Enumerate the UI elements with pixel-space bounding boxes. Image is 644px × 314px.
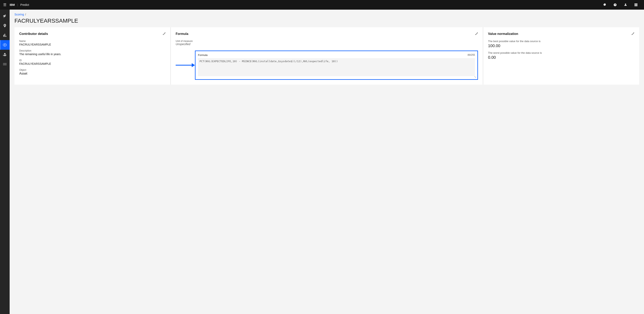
- id-field-group: ID FACRULYEARSSAMPLE: [19, 59, 166, 65]
- formula-box-label: Formula: [198, 53, 208, 56]
- contributor-card-title: Contributor details: [19, 32, 166, 36]
- contributor-edit-button[interactable]: [162, 31, 166, 37]
- value-normalization-card: Value normalization The best possible va…: [483, 27, 639, 85]
- svg-rect-4: [636, 4, 636, 5]
- apps-icon[interactable]: [631, 0, 641, 10]
- sidebar-item-config[interactable]: [0, 59, 10, 69]
- svg-rect-8: [636, 5, 638, 6]
- arrow-line: [176, 65, 192, 65]
- sidebar-item-analytics[interactable]: [0, 30, 10, 40]
- sidebar-item-rocket[interactable]: [0, 11, 10, 21]
- unit-label: Unit of measure: [176, 40, 478, 42]
- menu-icon[interactable]: ☰: [3, 2, 6, 7]
- svg-rect-1: [636, 3, 636, 4]
- user-icon[interactable]: [621, 0, 630, 10]
- svg-rect-5: [636, 4, 638, 5]
- formula-box: Formula 89/255 ⤡: [195, 50, 478, 80]
- sidebar-item-location[interactable]: [0, 21, 10, 30]
- resize-icon: ⤡: [474, 76, 476, 78]
- breadcrumb-separator: /: [25, 13, 26, 16]
- description-label: Description: [19, 49, 166, 52]
- formula-textarea[interactable]: [198, 58, 475, 76]
- breadcrumb: Scoring /: [14, 13, 639, 16]
- formula-edit-button[interactable]: [474, 31, 479, 37]
- description-field-group: Description The remaining useful life in…: [19, 49, 166, 56]
- svg-rect-2: [636, 3, 638, 4]
- formula-box-header: Formula 89/255: [198, 53, 475, 56]
- arrow-head: [192, 63, 195, 67]
- formula-card-title: Formula: [176, 32, 478, 36]
- name-field-group: Name FACRULYEARSSAMPLE: [19, 40, 166, 46]
- sidebar-item-users[interactable]: [0, 50, 10, 59]
- best-value: 100.00: [488, 43, 634, 48]
- svg-rect-7: [636, 5, 636, 6]
- nav-icon-group: [600, 0, 641, 10]
- cards-row: Contributor details Name FACRULYEARSSAMP…: [14, 27, 639, 85]
- nav-divider: |: [17, 3, 18, 6]
- top-navigation: ☰ IBM | Predict: [0, 0, 644, 10]
- page-title: FACRULYEARSSAMPLE: [14, 18, 639, 24]
- unit-of-measure-group: Unit of measure Unspecified: [176, 40, 478, 46]
- sidebar-item-scoring[interactable]: [0, 40, 10, 50]
- left-sidebar: [0, 10, 10, 314]
- formula-card: Formula Unit of measure Unspecified: [171, 27, 483, 85]
- svg-point-9: [4, 44, 6, 45]
- normalization-card-title: Value normalization: [488, 32, 634, 36]
- object-value: Asset: [19, 72, 166, 75]
- id-label: ID: [19, 59, 166, 62]
- brand-logo: IBM: [10, 3, 15, 6]
- worst-value-label: The worst possible value for the data so…: [488, 51, 634, 54]
- contributor-details-card: Contributor details Name FACRULYEARSSAMP…: [14, 27, 170, 85]
- formula-arrow-container: Formula 89/255 ⤡: [176, 50, 478, 80]
- svg-rect-0: [634, 3, 635, 4]
- main-content: Scoring / FACRULYEARSSAMPLE Contributor …: [10, 10, 644, 314]
- best-value-label: The best possible value for the data sou…: [488, 40, 634, 43]
- object-label: Object: [19, 69, 166, 71]
- worst-value: 0.00: [488, 55, 634, 60]
- description-value: The remaining useful life in years.: [19, 52, 166, 56]
- svg-rect-6: [634, 5, 635, 6]
- object-field-group: Object Asset: [19, 69, 166, 75]
- normalization-edit-button[interactable]: [630, 31, 635, 37]
- settings-icon[interactable]: [600, 0, 610, 10]
- unit-value: Unspecified: [176, 42, 478, 46]
- app-name: Predict: [20, 3, 29, 6]
- svg-rect-3: [634, 4, 635, 5]
- formula-char-count: 89/255: [468, 53, 475, 56]
- name-value: FACRULYEARSSAMPLE: [19, 43, 166, 46]
- help-icon[interactable]: [610, 0, 620, 10]
- name-label: Name: [19, 40, 166, 42]
- id-value: FACRULYEARSSAMPLE: [19, 62, 166, 65]
- blue-arrow: [176, 63, 195, 67]
- breadcrumb-scoring-link[interactable]: Scoring: [14, 13, 24, 16]
